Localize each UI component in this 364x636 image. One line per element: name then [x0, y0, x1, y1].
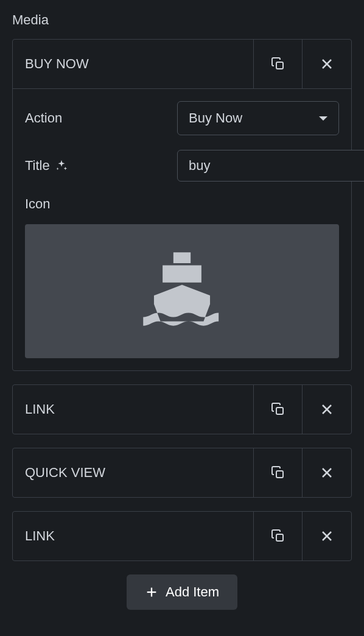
copy-icon [271, 57, 285, 71]
item-label[interactable]: LINK [13, 512, 254, 560]
boat-icon [130, 239, 234, 343]
media-item: LINK [12, 511, 352, 561]
svg-rect-0 [276, 62, 283, 69]
remove-button[interactable] [303, 448, 351, 497]
media-item: BUY NOW Action Buy Now [12, 39, 352, 371]
remove-button[interactable] [303, 385, 351, 434]
icon-preview[interactable] [25, 224, 339, 358]
remove-button[interactable] [303, 512, 351, 560]
copy-button[interactable] [254, 448, 303, 497]
item-label[interactable]: BUY NOW [13, 40, 254, 88]
action-row: Action Buy Now [25, 101, 339, 135]
sparkle-icon [55, 159, 68, 172]
add-item-label: Add Item [166, 584, 219, 600]
item-label[interactable]: QUICK VIEW [13, 448, 254, 497]
media-item: QUICK VIEW [12, 448, 352, 498]
title-label: Title [25, 158, 177, 174]
copy-button[interactable] [254, 385, 303, 434]
icon-label: Icon [25, 196, 339, 212]
section-title: Media [12, 12, 352, 28]
svg-rect-9 [276, 534, 283, 541]
svg-rect-3 [276, 408, 283, 414]
close-icon [320, 529, 334, 543]
title-row: Title [25, 150, 339, 182]
add-item-button[interactable]: Add Item [127, 574, 237, 610]
remove-button[interactable] [303, 40, 351, 88]
plus-icon [145, 585, 158, 599]
item-body: Action Buy Now Title Icon [13, 88, 351, 370]
chevron-down-icon [319, 116, 327, 121]
media-item: LINK [12, 384, 352, 434]
title-input[interactable] [177, 150, 364, 182]
close-icon [320, 57, 334, 71]
action-select-value: Buy Now [189, 110, 242, 126]
copy-button[interactable] [254, 40, 303, 88]
copy-icon [271, 402, 285, 417]
close-icon [320, 402, 334, 417]
svg-rect-6 [276, 471, 283, 478]
item-header: LINK [13, 512, 351, 560]
copy-button[interactable] [254, 512, 303, 560]
close-icon [320, 465, 334, 480]
action-label: Action [25, 110, 177, 126]
item-header: LINK [13, 385, 351, 434]
item-header: QUICK VIEW [13, 448, 351, 497]
copy-icon [271, 529, 285, 543]
item-header: BUY NOW [13, 40, 351, 88]
action-select[interactable]: Buy Now [177, 101, 339, 135]
copy-icon [271, 465, 285, 480]
item-label[interactable]: LINK [13, 385, 254, 434]
